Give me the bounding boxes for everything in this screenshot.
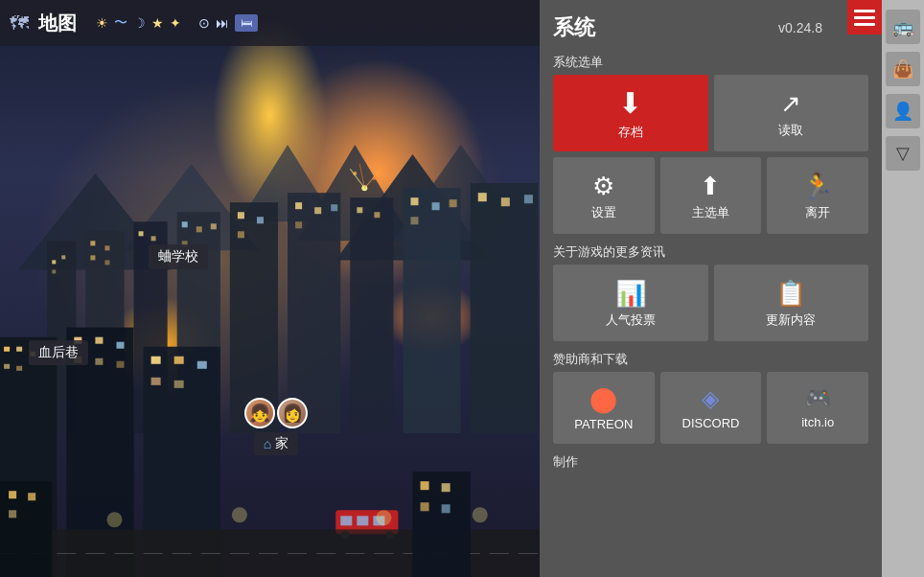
sparkle-icon[interactable]: ✦ <box>170 15 181 31</box>
avatar-2: 👩 <box>277 398 308 428</box>
fast-forward-icon[interactable]: ⏭ <box>216 15 229 31</box>
load-button[interactable]: ↗ 读取 <box>714 75 869 151</box>
water-icon[interactable]: 〜 <box>114 14 127 32</box>
credits-label: 制作 <box>553 453 868 471</box>
discord-label: DISCORD <box>682 416 740 430</box>
city-overlay <box>0 0 540 577</box>
settings-button[interactable]: ⚙ 设置 <box>553 157 655 234</box>
avatar-1: 👧 <box>244 398 275 428</box>
main-menu-label: 主选单 <box>692 204 729 221</box>
popularity-button[interactable]: 📊 人气投票 <box>553 265 708 341</box>
home-text: 家 <box>275 435 289 452</box>
popularity-label: 人气投票 <box>606 312 656 329</box>
popularity-icon: 📊 <box>615 281 646 306</box>
itch-icon: 🎮 <box>805 388 831 409</box>
transport-button[interactable]: 🚌 <box>886 10 920 44</box>
hamburger-line-2 <box>854 16 875 19</box>
map-icon: 🗺 <box>10 12 29 35</box>
itch-label: itch.io <box>801 415 834 429</box>
clock-icon[interactable]: ⊙ <box>198 15 210 31</box>
patreon-label: PATREON <box>574 417 633 431</box>
sponsor-label: 赞助商和下载 <box>553 351 868 368</box>
avatar-group: 👧 👩 <box>244 398 308 428</box>
school-label: 蛐学校 <box>149 244 208 269</box>
hamburger-line-1 <box>854 10 875 12</box>
main-menu-button[interactable]: ⬆ 主选单 <box>660 157 762 234</box>
sponsor-section: 赞助商和下载 ⬤ PATREON ◈ DISCORD 🎮 itch.io <box>553 351 868 444</box>
person-button[interactable]: 👤 <box>886 94 920 128</box>
quit-button[interactable]: 🏃 离开 <box>767 157 868 234</box>
star-icon[interactable]: ★ <box>151 15 164 31</box>
system-title: 系统 <box>553 13 595 42</box>
itch-button[interactable]: 🎮 itch.io <box>767 372 868 444</box>
hamburger-line-3 <box>854 23 875 26</box>
moon-icon[interactable]: ☽ <box>133 15 146 31</box>
home-label: ⌂ 家 <box>254 432 298 455</box>
patreon-button[interactable]: ⬤ PATREON <box>553 372 655 444</box>
system-panel: 🚌 👜 👤 ▽ 系统 v0.24.8 系统选单 ⬇ 存档 ↗ 读取 <box>540 0 924 577</box>
system-header: 系统 v0.24.8 <box>553 13 868 42</box>
game-info-grid: 📊 人气投票 📋 更新内容 <box>553 265 868 341</box>
save-icon: ⬇ <box>618 89 642 118</box>
toolbar-icons: ☀ 〜 ☽ ★ ✦ <box>96 14 181 32</box>
credits-section: 制作 <box>553 453 868 474</box>
settings-grid: ⚙ 设置 ⬆ 主选单 🏃 离开 <box>553 157 868 234</box>
hamburger-button[interactable] <box>847 0 882 35</box>
home-icon: ⌂ <box>264 436 271 451</box>
updates-icon: 📋 <box>775 281 806 306</box>
updates-button[interactable]: 📋 更新内容 <box>714 265 869 341</box>
quit-icon: 🏃 <box>802 173 833 198</box>
quit-label: 离开 <box>805 204 830 221</box>
game-info-label: 关于游戏的更多资讯 <box>553 243 868 261</box>
system-main-content: 系统 v0.24.8 系统选单 ⬇ 存档 ↗ 读取 ⚙ 设置 <box>540 0 882 577</box>
sun-icon[interactable]: ☀ <box>96 15 108 31</box>
system-menu-section: 系统选单 ⬇ 存档 ↗ 读取 ⚙ 设置 ⬆ 主选单 <box>553 54 868 234</box>
settings-label: 设置 <box>591 204 616 221</box>
bed-icon[interactable]: 🛏 <box>235 14 258 32</box>
toolbar-row2: ⊙ ⏭ 🛏 <box>198 14 258 32</box>
home-marker: 👧 👩 ⌂ 家 <box>244 398 308 455</box>
updates-label: 更新内容 <box>766 312 816 329</box>
map-panel: 🗺 地图 ☀ 〜 ☽ ★ ✦ ⊙ ⏭ 🛏 蛐学校 血后巷 👧 👩 ⌂ <box>0 0 540 577</box>
main-menu-icon: ⬆ <box>700 173 721 198</box>
load-label: 读取 <box>778 122 803 139</box>
right-sidebar: 🚌 👜 👤 ▽ <box>882 0 924 577</box>
game-info-section: 关于游戏的更多资讯 📊 人气投票 📋 更新内容 <box>553 243 868 341</box>
save-load-grid: ⬇ 存档 ↗ 读取 <box>553 75 868 151</box>
map-title: 地图 <box>38 11 77 36</box>
version-text: v0.24.8 <box>778 20 822 35</box>
save-button[interactable]: ⬇ 存档 <box>553 75 708 151</box>
discord-icon: ◈ <box>702 387 719 410</box>
settings-icon: ⚙ <box>592 173 614 198</box>
patreon-icon: ⬤ <box>589 386 617 411</box>
save-label: 存档 <box>618 124 643 141</box>
alley-label: 血后巷 <box>29 340 88 365</box>
system-menu-label: 系统选单 <box>553 54 868 71</box>
top-bar: 🗺 地图 ☀ 〜 ☽ ★ ✦ ⊙ ⏭ 🛏 <box>0 0 540 46</box>
discord-button[interactable]: ◈ DISCORD <box>660 372 762 444</box>
filter-button[interactable]: ▽ <box>886 136 920 171</box>
sponsor-grid: ⬤ PATREON ◈ DISCORD 🎮 itch.io <box>553 372 868 444</box>
load-icon: ↗ <box>780 91 801 116</box>
bag-button[interactable]: 👜 <box>886 52 920 86</box>
